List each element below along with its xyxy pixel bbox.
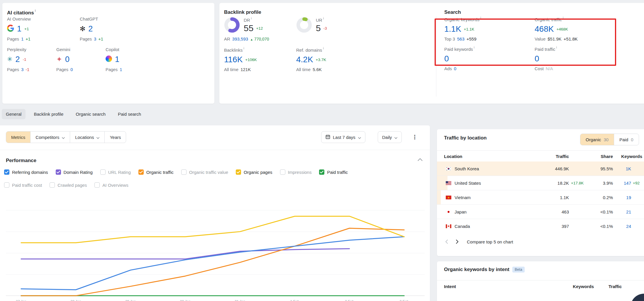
chart-line-organic-traffic	[21, 228, 404, 296]
traffic-cell: 463	[537, 209, 569, 214]
pages-value[interactable]: 1	[21, 37, 23, 41]
ai-panel-copilot: Copilot1Pages1	[106, 47, 155, 72]
pages-label: Pages	[7, 67, 19, 72]
info-icon[interactable]: i	[251, 16, 252, 20]
location-cell: South Korea	[437, 166, 537, 171]
keywords-link[interactable]: 24	[626, 224, 631, 229]
checkbox-icon	[280, 169, 285, 175]
metric-label: Paid traffic cost	[12, 183, 42, 188]
ai-panel-label: AI Overview	[7, 16, 80, 21]
metric-checkbox-organic-traffic[interactable]: Organic traffic	[138, 169, 174, 175]
pages-value[interactable]: 0	[70, 67, 73, 72]
stat-value[interactable]: 4.2K	[296, 55, 313, 64]
keywords-link[interactable]: 21	[626, 209, 631, 214]
stat-label: Ref. domainsi	[296, 47, 368, 53]
metric-checkbox-organic-traffic-value[interactable]: Organic traffic value	[181, 169, 228, 175]
ur-donut-chart	[296, 17, 312, 33]
filter-button-competitors[interactable]: Competitors	[30, 132, 70, 143]
keywords-cell: 24	[613, 224, 642, 229]
checkbox-icon	[50, 182, 55, 188]
keywords-link[interactable]: 1K	[626, 166, 631, 171]
organic-paid-toggle: Organic30 Paid0	[580, 134, 639, 145]
x-axis-label: 27 Jan	[16, 300, 26, 301]
toggle-organic[interactable]: Organic30	[580, 134, 614, 145]
keywords-link[interactable]: 19	[626, 195, 631, 200]
traffic-by-location-title: Traffic by location	[444, 135, 487, 141]
stat-sub-blue[interactable]: 0	[454, 66, 456, 71]
share-cell: <0.1%	[569, 209, 613, 214]
chatgpt-icon: ✻	[80, 26, 85, 32]
metric-checkbox-url-rating[interactable]: URL Rating	[100, 169, 131, 175]
tab-organic-search[interactable]: Organic search	[72, 109, 110, 119]
column-traffic: Traffic	[537, 154, 569, 159]
tab-backlink-profile[interactable]: Backlink profile	[30, 109, 67, 119]
stat-sub-dark: 121K	[240, 67, 251, 72]
chevron-left-icon[interactable]	[445, 240, 448, 244]
ai-panel-value: 2	[88, 24, 93, 33]
info-icon[interactable]: i	[323, 46, 323, 50]
info-icon[interactable]: i	[35, 9, 36, 12]
checkbox-icon	[4, 182, 9, 188]
filter-button-years[interactable]: Years	[104, 132, 126, 143]
stat-sub-gray: Cost	[535, 66, 544, 71]
metric-checkbox-ai-overviews[interactable]: AI Overviews	[94, 182, 128, 188]
pages-value[interactable]: 1	[120, 67, 122, 72]
stat-value[interactable]: 116K	[224, 55, 243, 64]
pages-value[interactable]: 3	[94, 37, 96, 41]
metric-checkbox-paid-traffic[interactable]: Paid traffic	[319, 169, 348, 175]
location-cell: Japan	[437, 209, 537, 214]
table-row-united-states[interactable]: United States18.2K+17.8K3.9%147+92	[437, 176, 644, 190]
filter-button-locations[interactable]: Locations	[70, 132, 104, 143]
ahrefs-rank-line: AR 393,593 ▲ 770,070	[224, 36, 269, 41]
metric-checkbox-domain-rating[interactable]: Domain Rating	[56, 169, 93, 175]
filter-button-label: Locations	[75, 135, 94, 140]
table-row-vietnam[interactable]: Vietnam1.1K0.2%19	[437, 190, 644, 204]
granularity-button[interactable]: Daily	[378, 131, 402, 143]
share-cell: 3.9%	[569, 181, 613, 186]
toggle-paid[interactable]: Paid0	[614, 134, 638, 145]
location-cell: Canada	[437, 224, 537, 229]
ur-label: URi	[316, 17, 327, 23]
ai-panel-pages: Pages3+1	[80, 37, 152, 41]
x-axis-label: 3 Feb	[400, 300, 409, 301]
dr-donut-chart	[224, 17, 240, 33]
filters-toolbar: MetricsCompetitorsLocationsYears Last 7 …	[0, 125, 430, 150]
filter-button-label: Metrics	[11, 135, 25, 140]
keywords-link[interactable]: 147	[624, 181, 631, 186]
ai-panel-label: ChatGPT	[80, 16, 152, 21]
dr-value: 55	[244, 23, 253, 33]
ai-citations-row-2: Perplexity✳2-1Pages3-1Gemini✦0Pages0Copi…	[7, 47, 155, 72]
ai-overview-icon	[7, 25, 14, 33]
metric-checkbox-impressions[interactable]: Impressions	[280, 169, 312, 175]
beta-badge: Beta	[512, 267, 525, 273]
kebab-menu-icon[interactable]: ⋮	[412, 132, 418, 142]
metric-label: Domain Rating	[64, 170, 93, 175]
pages-value[interactable]: 3	[21, 67, 23, 72]
share-cell: <0.1%	[569, 224, 613, 229]
tab-paid-search[interactable]: Paid search	[114, 109, 145, 119]
checkbox-icon	[138, 169, 144, 175]
stat-subline: CostN/A	[535, 66, 578, 71]
tab-general[interactable]: General	[2, 109, 26, 119]
date-range-button[interactable]: Last 7 days	[321, 131, 365, 143]
info-icon[interactable]: i	[243, 46, 244, 50]
pages-delta: -1	[26, 67, 29, 72]
filter-button-metrics[interactable]: Metrics	[6, 132, 30, 143]
metric-checkbox-referring-domains[interactable]: Referring domains	[4, 169, 48, 175]
chevron-right-icon[interactable]	[456, 240, 459, 244]
info-icon[interactable]: i	[323, 16, 324, 20]
metric-checkbox-crawled-pages[interactable]: Crawled pages	[50, 182, 87, 188]
metric-label: Impressions	[288, 170, 312, 175]
metric-label: Organic pages	[244, 170, 272, 175]
ar-value[interactable]: 393,593	[232, 36, 248, 41]
table-row-japan[interactable]: Japan463<0.1%21	[437, 204, 644, 219]
metric-checkbox-paid-traffic-cost[interactable]: Paid traffic cost	[4, 182, 42, 188]
table-row-south-korea[interactable]: South Korea446.9K95.5%1K	[437, 162, 644, 176]
chevron-up-icon[interactable]	[418, 157, 423, 162]
table-row-canada[interactable]: Canada397<0.1%24	[437, 219, 644, 233]
column-keywords: Keywords	[562, 284, 594, 289]
ai-panel-delta: +1	[24, 27, 29, 31]
metric-checkbox-organic-pages[interactable]: Organic pages	[236, 169, 272, 175]
flag-icon-ca	[446, 224, 451, 228]
filter-button-group: MetricsCompetitorsLocationsYears	[6, 131, 126, 143]
